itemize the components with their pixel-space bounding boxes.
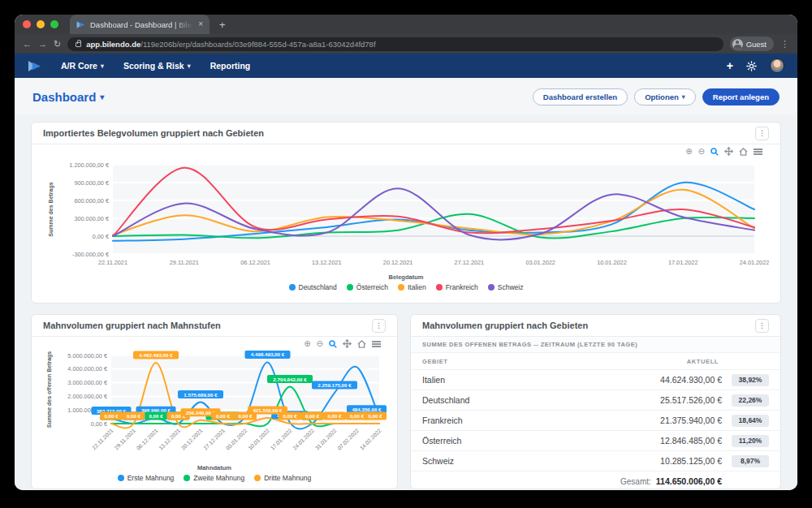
svg-text:17.01.2022: 17.01.2022 xyxy=(668,259,698,266)
svg-text:27.12.2021: 27.12.2021 xyxy=(202,428,226,451)
legend-label: Frankreich xyxy=(446,283,478,291)
legend-dot-icon xyxy=(347,284,353,291)
card-title: Importiertes Belegvolumen gruppiert nach… xyxy=(43,128,264,138)
minimize-window-button[interactable] xyxy=(37,20,45,28)
legend-item-erste-mahnung[interactable]: Erste Mahnung xyxy=(118,474,175,482)
card-menu-kebab-icon[interactable]: ⋮ xyxy=(755,127,769,140)
svg-text:1.200.000,00 €: 1.200.000,00 € xyxy=(69,161,109,169)
svg-text:0,00 €: 0,00 € xyxy=(368,413,382,419)
page-title-dashboard[interactable]: Dashboard▾ xyxy=(32,90,104,104)
new-tab-button[interactable]: + xyxy=(219,19,226,31)
url-text: app.bilendo.de/119e206b/erp/dashboards/0… xyxy=(86,40,375,49)
pan-icon[interactable] xyxy=(724,147,733,156)
browser-profile-button[interactable]: Guest xyxy=(730,37,774,51)
magnifier-icon[interactable] xyxy=(710,148,719,156)
legend-item-schweiz[interactable]: Schweiz xyxy=(488,283,524,291)
legend-dot-icon xyxy=(118,475,124,481)
percent-badge: 8,97% xyxy=(732,455,769,467)
svg-text:17.01.2022: 17.01.2022 xyxy=(270,428,293,451)
options-button[interactable]: Optionen▾ xyxy=(634,88,696,105)
zoom-out-icon[interactable]: ⊖ xyxy=(698,148,705,156)
svg-text:-300.000,00 €: -300.000,00 € xyxy=(72,251,109,258)
svg-text:2.000.000,00 €: 2.000.000,00 € xyxy=(67,393,107,400)
svg-text:0,00 €: 0,00 € xyxy=(127,413,141,419)
card-mahnvolumen-mahnstufen: Mahnvolumen gruppiert nach Mahnstufen ⋮ … xyxy=(31,314,398,489)
percent-badge: 18,64% xyxy=(732,415,769,427)
legend-dot-icon xyxy=(254,475,261,481)
url-bar[interactable]: app.bilendo.de/119e206b/erp/dashboards/0… xyxy=(67,37,723,51)
nav-item-scoring-risk[interactable]: Scoring & Risk▾ xyxy=(123,61,191,71)
legend-label: Dritte Mahnung xyxy=(264,474,311,482)
svg-text:24.01.2022: 24.01.2022 xyxy=(292,428,315,451)
row-gebiet: Frankreich xyxy=(422,415,463,425)
svg-text:07.02.2022: 07.02.2022 xyxy=(336,428,360,451)
card-titlebar: Mahnvolumen gruppiert nach Mahnstufen ⋮ xyxy=(32,315,397,337)
menu-lines-icon[interactable] xyxy=(372,341,381,347)
table-row[interactable]: Frankreich 21.375.940,00 € 18,64% xyxy=(411,411,780,431)
card-menu-kebab-icon[interactable]: ⋮ xyxy=(755,319,769,333)
legend-item-italien[interactable]: Italien xyxy=(398,283,426,291)
browser-tab-strip: Dashboard - Dashboard | Bilen × + xyxy=(15,15,797,34)
reload-icon[interactable]: ↻ xyxy=(54,39,61,50)
legend-label: Erste Mahnung xyxy=(127,474,175,482)
row-aktuell: 25.517.526,00 € xyxy=(660,395,722,405)
create-report-button[interactable]: Report anlegen xyxy=(702,88,780,105)
create-dashboard-button[interactable]: Dashboard erstellen xyxy=(533,88,628,105)
mahnstufen-line-chart[interactable]: 0,00 €1.000.000,00 €2.000.000,00 €3.000.… xyxy=(43,351,386,464)
legend-item-deutschland[interactable]: Deutschland xyxy=(289,283,337,291)
legend-item-dritte-mahnung[interactable]: Dritte Mahnung xyxy=(254,474,311,482)
svg-text:20.12.2021: 20.12.2021 xyxy=(383,259,413,266)
user-avatar[interactable] xyxy=(770,58,784,73)
svg-text:600.000,00 €: 600.000,00 € xyxy=(74,197,109,204)
table-row[interactable]: Italien 44.624.930,00 € 38,92% xyxy=(411,370,780,390)
table-header: GEBIET AKTUELL xyxy=(411,353,780,370)
legend-item-frankreich[interactable]: Frankreich xyxy=(436,283,478,291)
chevron-down-icon: ▾ xyxy=(682,93,685,101)
nav-item-reporting[interactable]: Reporting xyxy=(210,61,251,71)
card-titlebar: Mahnvolumen gruppiert nach Gebieten ⋮ xyxy=(411,315,780,337)
zoom-out-icon[interactable]: ⊖ xyxy=(317,340,323,348)
legend-dot-icon xyxy=(436,284,443,291)
chevron-down-icon: ▾ xyxy=(101,62,104,70)
row-aktuell: 12.846.485,00 € xyxy=(660,436,722,446)
add-icon[interactable]: + xyxy=(727,59,733,72)
tab-close-icon[interactable]: × xyxy=(198,20,203,28)
browser-menu-kebab-icon[interactable]: ⋮ xyxy=(780,39,789,50)
table-row[interactable]: Österreich 12.846.485,00 € 11,20% xyxy=(411,431,780,451)
row-gebiet: Deutschland xyxy=(422,395,469,405)
table-row[interactable]: Deutschland 25.517.526,00 € 22,26% xyxy=(411,390,780,411)
bilendo-logo-icon[interactable] xyxy=(28,59,41,73)
svg-text:0,00 €: 0,00 € xyxy=(91,420,107,428)
total-value: 114.650.006,00 € xyxy=(656,476,722,486)
menu-lines-icon[interactable] xyxy=(754,149,762,155)
belegvolumen-line-chart[interactable]: -300.000,00 €0,00 €300.000,00 €600.000,0… xyxy=(45,158,767,273)
magnifier-icon[interactable] xyxy=(329,340,337,348)
home-icon[interactable] xyxy=(357,340,366,348)
forward-icon[interactable]: → xyxy=(38,39,47,49)
back-icon[interactable]: ← xyxy=(23,39,32,49)
nav-item-ar-core[interactable]: A/R Core▾ xyxy=(61,61,104,71)
close-window-button[interactable] xyxy=(23,20,31,28)
card-menu-kebab-icon[interactable]: ⋮ xyxy=(372,319,386,333)
svg-text:2.704.842,00 €: 2.704.842,00 € xyxy=(273,377,307,382)
app-navbar: A/R Core▾ Scoring & Risk▾ Reporting + xyxy=(15,54,797,78)
zoom-in-icon[interactable]: ⊕ xyxy=(304,340,310,348)
chevron-down-icon: ▾ xyxy=(100,93,104,101)
page-header: Dashboard▾ Dashboard erstellen Optionen▾… xyxy=(15,78,797,115)
home-icon[interactable] xyxy=(739,148,748,156)
gear-icon[interactable] xyxy=(746,61,757,71)
browser-tab[interactable]: Dashboard - Dashboard | Bilen × xyxy=(70,15,209,34)
column-aktuell: AKTUELL xyxy=(687,358,719,365)
legend-item-zweite-mahnung[interactable]: Zweite Mahnung xyxy=(184,474,244,482)
legend-item--sterreich[interactable]: Österreich xyxy=(347,283,388,291)
svg-text:22.11.2021: 22.11.2021 xyxy=(91,428,114,451)
legend-dot-icon xyxy=(289,284,296,291)
table-row[interactable]: Schweiz 10.285.125,00 € 8,97% xyxy=(411,451,780,471)
chevron-down-icon: ▾ xyxy=(188,62,191,70)
legend-label: Österreich xyxy=(356,283,388,291)
zoom-in-icon[interactable]: ⊕ xyxy=(685,148,692,156)
maximize-window-button[interactable] xyxy=(50,20,58,28)
legend-label: Schweiz xyxy=(498,283,524,291)
pan-icon[interactable] xyxy=(343,339,352,348)
legend-dot-icon xyxy=(398,284,404,291)
